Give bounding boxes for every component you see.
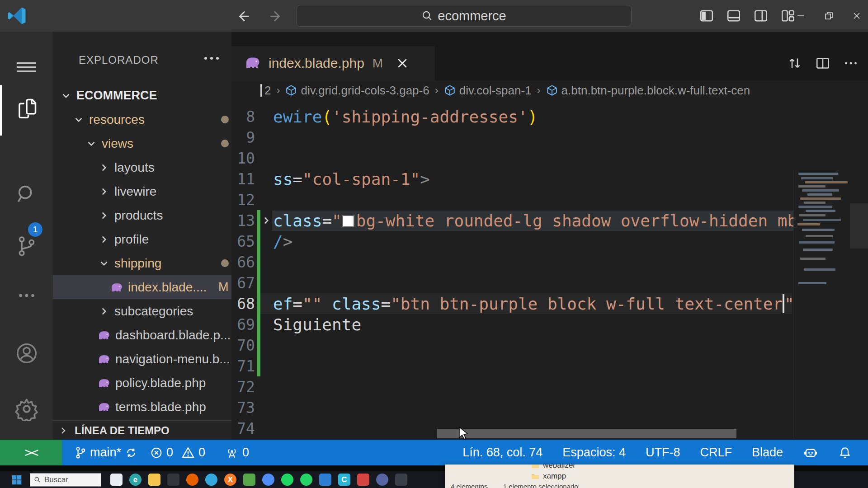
- toggle-panel-icon[interactable]: [726, 8, 741, 23]
- editor-more-actions-icon[interactable]: [842, 53, 860, 73]
- tab-close-icon[interactable]: [395, 56, 410, 71]
- line-content: [272, 407, 275, 408]
- fold-chevron-icon[interactable]: [260, 215, 272, 226]
- taskbar-xampp-icon[interactable]: X: [224, 474, 236, 486]
- git-modified-gutter: [257, 418, 260, 439]
- cursor-position-status[interactable]: Lín. 68, col. 74: [462, 446, 542, 460]
- git-modified-gutter: [257, 148, 260, 169]
- tree-item-index-blade[interactable]: index.blade....M: [53, 275, 231, 299]
- taskbar-firefox-icon[interactable]: [186, 474, 198, 486]
- git-branch-status[interactable]: main*: [75, 446, 137, 460]
- command-center-search[interactable]: ecommerce: [296, 5, 632, 27]
- tree-item-label: subcategories: [114, 304, 193, 319]
- branch-icon: [75, 446, 86, 459]
- code-line-11[interactable]: 11ss="col-span-1">: [231, 169, 868, 189]
- language-mode-status[interactable]: Blade: [752, 446, 783, 460]
- tree-item-shipping[interactable]: shipping: [53, 251, 231, 275]
- taskbar-widget-icon[interactable]: [110, 474, 123, 486]
- taskbar-vscode-icon[interactable]: [319, 474, 331, 486]
- accounts-icon[interactable]: [0, 332, 53, 375]
- search-view-icon[interactable]: [0, 173, 53, 216]
- tree-item-dashboard-blade-p[interactable]: dashboard.blade.p...: [53, 323, 231, 347]
- eol-status[interactable]: CRLF: [700, 446, 732, 460]
- taskbar-spotify-icon[interactable]: [281, 474, 293, 486]
- code-line-71[interactable]: 71: [231, 356, 868, 376]
- taskbar-photos-icon[interactable]: [167, 474, 179, 486]
- restore-button[interactable]: [821, 7, 836, 24]
- source-control-view-icon[interactable]: [0, 225, 53, 268]
- code-line-65[interactable]: 65/>: [231, 231, 868, 252]
- extension-robot-icon[interactable]: [803, 445, 818, 460]
- explorer-more-actions-icon[interactable]: [204, 57, 219, 60]
- vertical-scrollbar[interactable]: [850, 169, 868, 440]
- tab-index-blade-php[interactable]: index.blade.php M: [231, 46, 435, 80]
- code-line-69[interactable]: 69Siguiente: [231, 314, 868, 335]
- more-views-icon[interactable]: [0, 274, 53, 317]
- taskbar-chrome-icon[interactable]: [262, 474, 274, 486]
- open-changes-icon[interactable]: [786, 53, 804, 73]
- tree-item-profile[interactable]: profile: [53, 227, 231, 251]
- code-line-66[interactable]: 66: [231, 252, 868, 272]
- code-line-9[interactable]: 9: [231, 127, 868, 148]
- breadcrumb-item[interactable]: 2: [264, 84, 271, 98]
- line-number: 66: [231, 253, 255, 271]
- taskbar-file-explorer-icon[interactable]: [148, 474, 160, 486]
- horizontal-scrollbar[interactable]: [437, 429, 736, 438]
- problems-status[interactable]: 0 0: [150, 446, 205, 460]
- tree-item-policy-blade-php[interactable]: policy.blade.php: [53, 371, 231, 395]
- windows-start-icon[interactable]: [10, 473, 24, 487]
- menu-icon[interactable]: [0, 45, 53, 89]
- indentation-status[interactable]: Espacios: 4: [562, 446, 626, 460]
- code-line-73[interactable]: 73: [231, 397, 868, 418]
- taskbar-app-icon-green[interactable]: [243, 474, 255, 486]
- tree-item-views[interactable]: views: [53, 131, 231, 155]
- notifications-bell-icon[interactable]: [838, 446, 852, 460]
- split-editor-icon[interactable]: [814, 53, 832, 73]
- code-line-67[interactable]: 67: [231, 272, 868, 293]
- tree-item-terms-blade-php[interactable]: terms.blade.php: [53, 395, 231, 419]
- line-number: 12: [231, 191, 255, 209]
- breadcrumb-item[interactable]: div.col-span-1: [459, 84, 532, 98]
- tree-item-subcategories[interactable]: subcategories: [53, 299, 231, 323]
- encoding-status[interactable]: UTF-8: [646, 446, 680, 460]
- taskbar-app-icon-red[interactable]: [357, 474, 369, 486]
- tree-item-navigation-menu-b[interactable]: navigation-menu.b...: [53, 347, 231, 371]
- breadcrumb-item[interactable]: a.btn.btn-purple.block.w-full.text-cen: [561, 84, 750, 98]
- taskbar-search-input[interactable]: Buscar: [30, 473, 101, 487]
- remote-indicator[interactable]: ><: [0, 440, 62, 465]
- toggle-sidebar-icon[interactable]: [699, 8, 714, 23]
- code-line-8[interactable]: 8ewire('shipping-addresses'): [231, 106, 868, 127]
- chevron-right-icon: [97, 185, 111, 198]
- toggle-secondary-sidebar-icon[interactable]: [753, 8, 769, 23]
- taskbar-discord-icon[interactable]: [376, 474, 388, 486]
- taskbar-c-app-icon[interactable]: C: [338, 474, 350, 486]
- code-editor[interactable]: 8ewire('shipping-addresses')91011ss="col…: [231, 100, 868, 440]
- back-arrow-icon[interactable]: [235, 8, 251, 24]
- taskbar-whatsapp-icon[interactable]: [300, 474, 312, 486]
- code-line-12[interactable]: 12: [231, 189, 868, 210]
- explorer-view-icon[interactable]: [0, 87, 53, 130]
- ports-status[interactable]: 0: [225, 446, 249, 460]
- minimap[interactable]: [793, 169, 850, 440]
- breadcrumb-item[interactable]: div.grid.grid-cols-3.gap-6: [301, 84, 429, 98]
- tree-item-livewire[interactable]: livewire: [53, 179, 231, 203]
- taskbar-edge-icon[interactable]: e: [129, 474, 142, 486]
- tree-item-products[interactable]: products: [53, 203, 231, 227]
- code-line-70[interactable]: 70: [231, 335, 868, 356]
- minimize-button[interactable]: [793, 7, 808, 24]
- timeline-section[interactable]: LÍNEA DE TIEMPO: [53, 420, 231, 440]
- code-line-68[interactable]: 68ef="" class="btn btn-purple block w-fu…: [231, 293, 868, 314]
- forward-arrow-icon[interactable]: [268, 8, 284, 24]
- tree-item-layouts[interactable]: layouts: [53, 155, 231, 179]
- code-line-72[interactable]: 72: [231, 376, 868, 397]
- close-button[interactable]: [849, 7, 864, 24]
- tree-item-resources[interactable]: resources: [53, 108, 231, 131]
- taskbar-telegram-icon[interactable]: [205, 474, 217, 486]
- file-explorer-window[interactable]: webalizer xampp 4 elementos 1 elemento s…: [445, 465, 794, 488]
- code-line-13[interactable]: 13class="bg-white rounded-lg shadow over…: [231, 210, 868, 231]
- code-line-10[interactable]: 10: [231, 148, 868, 169]
- taskbar-app-icon-dark[interactable]: [395, 474, 407, 486]
- tree-item-ecommerce[interactable]: ECOMMERCE: [53, 84, 231, 108]
- tree-item-label: terms.blade.php: [115, 400, 206, 414]
- settings-gear-icon[interactable]: [0, 387, 53, 431]
